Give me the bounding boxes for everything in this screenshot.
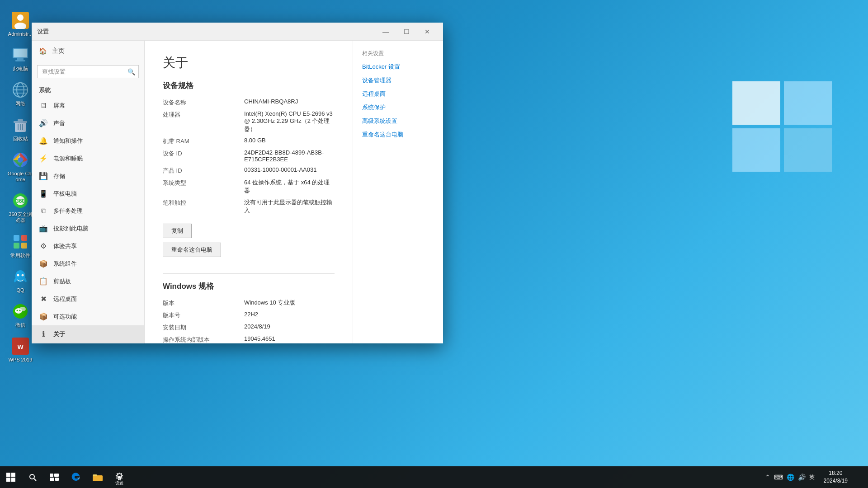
related-rename-pc-link[interactable]: 重命名这台电脑 [362,131,434,139]
sidebar-search-container: 🔍 [37,65,139,78]
related-remote-desktop-link[interactable]: 远程桌面 [362,90,434,98]
svg-rect-38 [6,473,10,477]
ram-value: 8.00 GB [244,137,335,144]
common-software-icon [11,233,29,251]
svg-point-29 [17,274,19,276]
start-button[interactable] [0,466,22,488]
os-build-row: 操作系统内部版本 19045.4651 [163,335,335,343]
close-button[interactable]: ✕ [417,24,438,39]
power-label: 电源和睡眠 [53,155,83,163]
settings-taskbar-button[interactable]: 设置 [108,466,130,488]
related-system-protection-link[interactable]: 系统保护 [362,103,434,112]
chrome-label: Google Chrome [7,171,34,183]
show-desktop-button[interactable] [854,466,863,488]
system-type-label: 系统类型 [163,178,244,187]
network-label: 网络 [15,101,25,107]
power-icon: ⚡ [39,154,48,163]
related-advanced-system-link[interactable]: 高级系统设置 [362,117,434,125]
tray-lang-icon[interactable]: 英 [809,474,815,481]
qq-icon [11,267,29,286]
tray-keyboard-icon: ⌨ [774,474,783,481]
product-id-label: 产品 ID [163,166,244,175]
svg-rect-49 [93,474,97,476]
optional-icon: 📦 [39,312,48,321]
rename-button[interactable]: 重命名这台电脑 [163,243,221,257]
pen-touch-value: 没有可用于此显示器的笔或触控输入 [244,198,335,215]
search-input[interactable] [37,65,139,78]
tray-network-icon[interactable]: 🌐 [787,474,794,481]
tray-volume-icon[interactable]: 🔊 [798,474,806,481]
storage-icon: 💾 [39,172,48,180]
sidebar-item-projecting[interactable]: 📺 投影到此电脑 [32,220,144,237]
clipboard-icon: 📋 [39,277,48,286]
main-content: 关于 设备规格 设备名称 CHINAMI-RBQA8RJ 处理器 Intel(R… [145,41,353,343]
taskbar: 设置 ⌃ ⌨ 🌐 🔊 英 18:20 2024/8/19 [0,466,868,488]
shared-icon: ⚙ [39,242,48,250]
version-value: 22H2 [244,311,335,318]
multitasking-icon: ⧉ [39,207,48,215]
tray-hide-icon[interactable]: ⌃ [765,474,770,481]
wechat-label: 微信 [15,322,25,328]
sidebar-item-components[interactable]: 📦 系统组件 [32,255,144,272]
search-icon: 🔍 [127,68,135,75]
svg-rect-46 [50,478,54,481]
svg-point-20 [18,157,23,163]
system-type-value: 64 位操作系统，基于 x64 的处理器 [244,178,335,195]
svg-point-34 [17,310,18,311]
settings-window: 设置 最小化 — ☐ ✕ 🏠 主页 [32,23,443,343]
taskbar-clock[interactable]: 18:20 2024/8/19 [819,469,852,485]
sidebar-item-multitasking[interactable]: ⧉ 多任务处理 [32,202,144,220]
display-label: 屏幕 [53,102,65,110]
projecting-label: 投影到此电脑 [53,225,89,233]
maximize-button[interactable]: ☐ [396,24,417,39]
sidebar-item-remote-desktop[interactable]: ✖ 远程桌面 [32,290,144,308]
svg-rect-40 [6,478,10,482]
sidebar-home[interactable]: 🏠 主页 [32,41,144,61]
clock-time: 18:20 [824,469,848,477]
pen-touch-row: 笔和触控 没有可用于此显示器的笔或触控输入 [163,198,335,215]
sidebar-item-power[interactable]: ⚡ 电源和睡眠 [32,150,144,167]
svg-point-30 [22,274,24,276]
sidebar-item-sound[interactable]: 🔊 声音 [32,114,144,132]
svg-rect-5 [17,58,24,60]
os-build-label: 操作系统内部版本 [163,335,244,343]
svg-rect-47 [55,478,59,481]
device-id-label: 设备 ID [163,149,244,158]
common-software-label: 常用软件 [10,253,30,258]
sound-label: 声音 [53,119,65,127]
edge-button[interactable] [65,466,87,488]
version-row: 版本号 22H2 [163,311,335,319]
sidebar-item-tablet[interactable]: 📱 平板电脑 [32,185,144,202]
product-id-row: 产品 ID 00331-10000-00001-AA031 [163,166,335,175]
components-icon: 📦 [39,259,48,268]
file-explorer-button[interactable] [87,466,108,488]
sidebar-item-optional[interactable]: 📦 可选功能 [32,308,144,325]
sidebar-item-storage[interactable]: 💾 存储 [32,167,144,185]
sidebar-item-display[interactable]: 🖥 屏幕 [32,97,144,114]
related-device-manager-link[interactable]: 设备管理器 [362,76,434,84]
taskbar-right: ⌃ ⌨ 🌐 🔊 英 18:20 2024/8/19 [763,466,868,488]
administrator-icon [11,11,29,29]
ram-label: 机带 RAM [163,137,244,145]
sidebar-item-notifications[interactable]: 🔔 通知和操作 [32,132,144,150]
svg-text:W: W [17,343,24,351]
svg-rect-39 [11,473,15,477]
display-icon: 🖥 [39,102,48,110]
sidebar-item-shared[interactable]: ⚙ 体验共享 [32,237,144,255]
processor-row: 处理器 Intel(R) Xeon(R) CPU E5-2696 v3 @ 2.… [163,110,335,133]
about-icon: ℹ [39,330,48,338]
notifications-icon: 🔔 [39,136,48,145]
this-pc-label: 此电脑 [13,66,28,72]
svg-rect-14 [18,119,23,122]
copy-button-1[interactable]: 复制 [163,224,192,238]
sidebar-item-clipboard[interactable]: 📋 剪贴板 [32,272,144,290]
pen-touch-label: 笔和触控 [163,198,244,207]
svg-rect-4 [14,49,27,57]
task-view-button[interactable] [43,466,65,488]
taskbar-search-button[interactable] [22,466,43,488]
related-settings-title: 相关设置 [362,50,434,57]
minimize-button[interactable]: 最小化 — [375,24,396,39]
sidebar-item-about[interactable]: ℹ 关于 [32,325,144,343]
device-id-value: 24DF2D42-BB8D-4899-AB3B-E715CFE2B3EE [244,149,335,163]
related-bitlocker-link[interactable]: BitLocker 设置 [362,63,434,71]
